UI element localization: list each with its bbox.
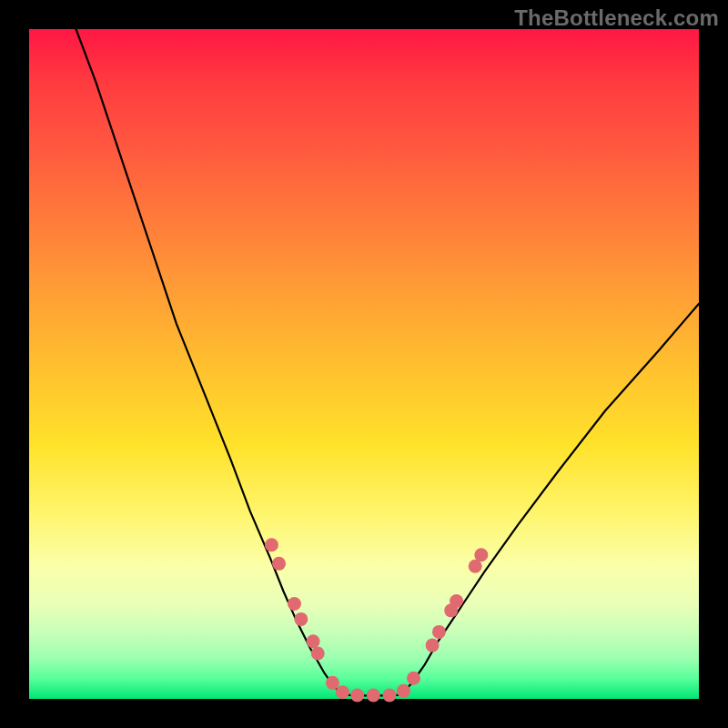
data-marker <box>367 688 380 702</box>
data-marker <box>397 684 410 698</box>
data-marker <box>307 634 320 648</box>
data-marker <box>350 688 364 702</box>
plot-area <box>29 29 699 699</box>
data-marker <box>426 639 440 652</box>
data-marker <box>272 557 286 571</box>
data-marker <box>450 594 463 608</box>
data-marker <box>326 676 339 690</box>
data-marker <box>294 612 308 626</box>
data-marker <box>265 538 278 551</box>
bottleneck-curve <box>76 29 699 695</box>
data-marker <box>288 597 301 611</box>
chart-frame: TheBottleneck.com <box>0 0 728 728</box>
watermark-text: TheBottleneck.com <box>514 5 719 31</box>
chart-svg <box>29 29 699 699</box>
data-marker <box>474 548 488 561</box>
data-marker <box>311 646 325 660</box>
data-marker <box>432 625 446 639</box>
data-marker <box>407 672 420 685</box>
data-marker <box>382 688 396 702</box>
marker-layer <box>265 538 488 702</box>
data-marker <box>336 685 349 699</box>
